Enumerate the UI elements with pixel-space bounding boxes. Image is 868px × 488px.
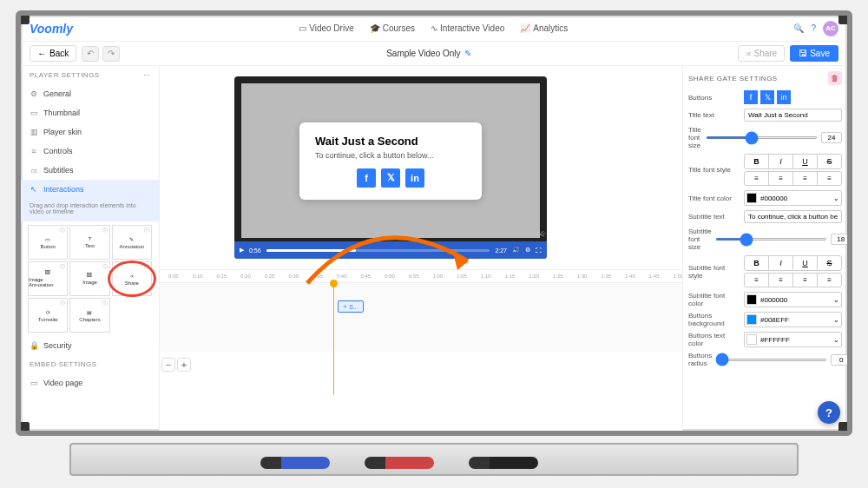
title-align-right[interactable]: ≡	[793, 172, 818, 185]
toggle-twitter[interactable]: 𝕏	[760, 90, 774, 104]
interaction-image[interactable]: ⓘ🖼Image	[69, 261, 109, 296]
sidebar-item-thumbnail[interactable]: ▭Thumbnail	[21, 103, 159, 122]
zoom-in-button[interactable]: +	[177, 358, 191, 372]
title-align-left[interactable]: ≡	[745, 172, 769, 185]
nav-courses[interactable]: 🎓Courses	[370, 23, 415, 33]
current-time: 0:56	[249, 247, 261, 254]
interaction-text[interactable]: ⓘTText	[69, 225, 109, 260]
share-gate-modal: Wait Just a Second To continue, click a …	[299, 122, 482, 200]
subtitle-font-size-slider[interactable]	[715, 238, 827, 241]
fullscreen-icon[interactable]: ⛶	[536, 247, 542, 254]
skin-icon: ▥	[30, 128, 38, 136]
brand-logo[interactable]: Voomly	[30, 22, 73, 36]
help-fab[interactable]: ?	[818, 401, 840, 424]
duration: 2:27	[495, 247, 507, 254]
toggle-linkedin[interactable]: in	[777, 90, 791, 104]
user-avatar[interactable]: AC	[823, 21, 838, 36]
title-align-center[interactable]: ≡	[769, 172, 793, 185]
interaction-turnstile[interactable]: ⓘ⟳Turnstile	[28, 298, 68, 333]
nav-interactive-video[interactable]: ∿Interactive Video	[431, 23, 504, 33]
zoom-out-button[interactable]: −	[161, 358, 175, 372]
redo-button[interactable]: ↷	[102, 46, 120, 62]
right-panel-header: SHARE GATE SETTINGS	[688, 75, 778, 82]
facebook-button[interactable]: f	[357, 168, 376, 188]
progress-bar[interactable]	[266, 249, 490, 252]
delete-button[interactable]: 🗑	[828, 71, 842, 85]
interaction-chapters[interactable]: ⓘ▤Chapters	[69, 298, 109, 333]
gear-icon: ⚙	[30, 89, 38, 98]
timeline-ruler[interactable]: 0:050:100:150:200:250:300:350:400:450:50…	[160, 270, 682, 282]
toggle-facebook[interactable]: f	[744, 90, 758, 104]
undo-button[interactable]: ↶	[82, 46, 99, 62]
sidebar-item-security[interactable]: 🔒Security	[21, 336, 159, 355]
subtitle-align-right[interactable]: ≡	[793, 274, 818, 287]
subtitle-bold[interactable]: B	[745, 256, 769, 270]
buttons-bg-select[interactable]: #008EFF⌄	[744, 312, 842, 327]
lock-icon: 🔒	[30, 341, 38, 350]
subtitle-align-left[interactable]: ≡	[745, 274, 769, 287]
subtitle-color-select[interactable]: #000000⌄	[744, 292, 842, 307]
subtitle-underline[interactable]: U	[793, 256, 818, 270]
video-player[interactable]: Wait Just a Second To continue, click a …	[234, 76, 547, 259]
sidebar-item-video-page[interactable]: ▭Video page	[21, 373, 159, 392]
buttons-radius-input[interactable]	[831, 354, 847, 366]
sidebar-item-player-skin[interactable]: ▥Player skin	[21, 122, 159, 142]
save-button[interactable]: 🖫 Save	[790, 45, 838, 62]
subtitle-align-center[interactable]: ≡	[769, 274, 793, 287]
title-text-input[interactable]	[744, 109, 842, 122]
sliders-icon: ≡	[30, 147, 38, 155]
nav-video-drive[interactable]: ▭Video Drive	[299, 23, 354, 33]
title-color-label: Title font color	[688, 195, 740, 202]
sidebar-item-subtitles[interactable]: ㏄Subtitles	[21, 161, 159, 180]
title-font-size-input[interactable]	[821, 132, 842, 143]
play-icon[interactable]: ▶	[240, 247, 244, 254]
interaction-share[interactable]: ⓘ∝Share	[112, 261, 152, 296]
sidebar-menu-icon[interactable]: ⋯	[143, 71, 151, 79]
back-button[interactable]: ← Back	[30, 45, 76, 62]
title-underline[interactable]: U	[793, 155, 818, 168]
sidebar-item-interactions[interactable]: ↖Interactions	[21, 180, 159, 199]
subtitle-color-label: Subtitle font color	[688, 292, 740, 307]
nav-analytics[interactable]: 📈Analytics	[520, 23, 568, 33]
edit-title-icon[interactable]: ✎	[464, 49, 471, 58]
sidebar-item-general[interactable]: ⚙General	[21, 84, 159, 103]
title-font-style-label: Title font style	[688, 166, 740, 174]
volume-icon[interactable]: 🔊	[512, 247, 520, 254]
subtitle-align-justify[interactable]: ≡	[818, 274, 841, 287]
linkedin-button[interactable]: in	[405, 168, 424, 188]
interaction-image-annotation[interactable]: ⓘ🖼Image Annotation	[28, 261, 68, 296]
buttons-label: Buttons	[688, 94, 740, 102]
twitter-button[interactable]: 𝕏	[381, 168, 400, 188]
title-italic[interactable]: I	[769, 155, 793, 168]
title-bold[interactable]: B	[745, 155, 769, 168]
search-icon[interactable]: 🔍	[793, 23, 804, 33]
subtitle-font-size-input[interactable]	[831, 234, 847, 245]
buttons-text-color-select[interactable]: #FFFFFF⌄	[744, 332, 842, 347]
buttons-radius-slider[interactable]	[715, 359, 827, 361]
help-icon[interactable]: ?	[811, 23, 816, 33]
share-button[interactable]: ∝ Share	[738, 45, 786, 62]
subtitle-italic[interactable]: I	[769, 256, 793, 270]
timeline-track[interactable]: ∝ S...	[160, 282, 682, 352]
subtitle-text-input[interactable]	[744, 210, 842, 223]
subtitle-font-style-label: Subtitle font style	[688, 264, 740, 280]
title-color-select[interactable]: #000000⌄	[744, 190, 842, 206]
image-icon: ▭	[30, 109, 38, 117]
subtitle-strike[interactable]: S	[818, 256, 841, 270]
interaction-button[interactable]: ⓘ▭Button	[28, 225, 68, 260]
video-title[interactable]: Sample Video Only✎	[386, 49, 470, 58]
title-strike[interactable]: S	[818, 155, 841, 168]
sidebar-item-controls[interactable]: ≡Controls	[21, 142, 159, 161]
title-align-justify[interactable]: ≡	[818, 172, 841, 185]
interaction-annotation[interactable]: ⓘ✎Annotation	[112, 225, 152, 260]
cursor-icon: ↖	[30, 185, 38, 194]
playhead[interactable]	[333, 283, 334, 395]
settings-icon[interactable]: ⚙	[525, 247, 530, 254]
embed-settings-header: EMBED SETTINGS	[30, 360, 97, 368]
timeline-share-chip[interactable]: ∝ S...	[338, 300, 364, 313]
title-font-size-slider[interactable]	[706, 136, 818, 139]
cc-icon: ㏄	[30, 166, 38, 175]
player-settings-header: PLAYER SETTINGS	[30, 71, 100, 79]
buttons-radius-label: Buttons radius	[688, 352, 712, 367]
subtitle-text-label: Subtitle text	[688, 213, 740, 221]
